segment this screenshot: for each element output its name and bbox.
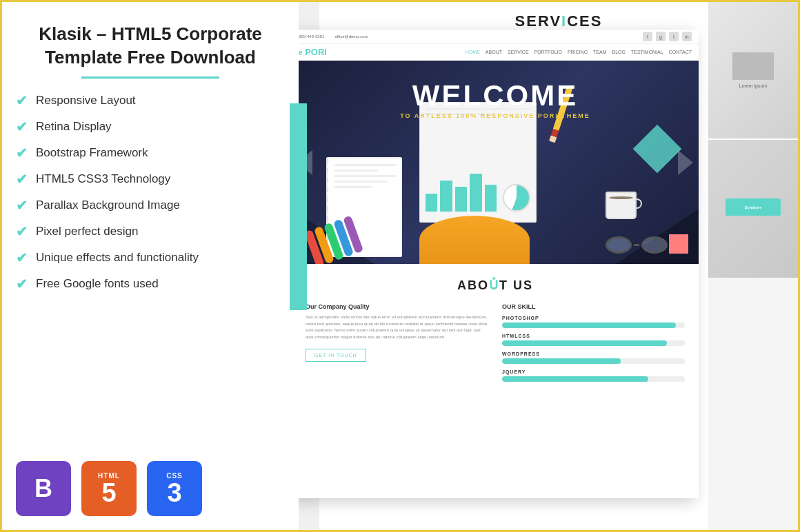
html5-badge: HTML 5 — [81, 461, 137, 516]
notebook-line — [334, 170, 378, 172]
nav-home[interactable]: HOME — [466, 50, 480, 54]
facebook-icon: f — [643, 32, 652, 41]
tech-badges: B HTML 5 CSS 3 — [16, 447, 285, 516]
list-item: ✔HTML5 CSS3 Technology — [16, 171, 285, 187]
strip-label: Symbol+ — [744, 205, 761, 209]
cup-handle — [635, 198, 642, 209]
skill-jquery: JQUERY — [502, 369, 685, 382]
check-icon: ✔ — [16, 249, 28, 266]
skill-bar-fill — [502, 358, 621, 364]
about-right: OUR SKILL PHOTOSHOP HTMLCSS — [502, 303, 685, 382]
hand-shape — [419, 216, 530, 264]
site-logo: e PORI — [299, 47, 327, 57]
check-icon: ✔ — [16, 119, 28, 135]
nav-service[interactable]: SERVICE — [508, 50, 529, 54]
hero-section: WELCOME TO ARTLESS 100% RESPONSIVE PORI … — [299, 61, 699, 264]
strip-text-1: Lorem ipsum — [732, 83, 774, 88]
website-preview: 305-449-3301 office@domo.com f g t in e … — [299, 30, 699, 498]
title-line2: Template Free Download — [45, 47, 256, 68]
list-item: ✔Pixel perfect design — [16, 223, 285, 240]
right-side-strip: Lorem ipsum Symbol+ — [708, 2, 798, 530]
glasses — [606, 236, 668, 254]
strip-image-bottom: Symbol+ — [708, 140, 798, 278]
title-underline — [81, 76, 219, 79]
nav-portfolio[interactable]: PORTFOLIO — [534, 50, 562, 54]
notebook-line — [334, 181, 388, 183]
bootstrap-badge: B — [16, 461, 71, 516]
list-item: ✔Retina Display — [16, 119, 285, 135]
teal-accent-bar — [290, 103, 307, 310]
skill-bar-fill — [502, 340, 667, 346]
skill-photoshop: PHOTOSHOP — [502, 316, 685, 328]
coffee-cup-area — [606, 192, 643, 229]
check-icon: ✔ — [16, 145, 28, 161]
get-in-touch-button[interactable]: GET IN TOUCH — [306, 349, 366, 362]
skill-bar-fill — [502, 376, 648, 382]
right-panel: SERVICES GRAPHICS — [299, 2, 798, 530]
skill-wordpress: WORDPRESS — [502, 351, 685, 364]
nav-contact[interactable]: CONTACT — [669, 50, 692, 54]
contact-bar: 305-449-3301 office@domo.com f g t in — [299, 30, 699, 44]
left-panel: Klasik – HTML5 Corporate Template Free D… — [2, 2, 299, 530]
skills-title: OUR SKILL — [502, 303, 685, 310]
page-title: Klasik – HTML5 Corporate Template Free D… — [16, 23, 285, 70]
check-icon: ✔ — [16, 197, 28, 214]
hands — [412, 202, 537, 264]
nav-about[interactable]: ABOUT — [486, 50, 502, 54]
quality-title: Our Company Quality — [306, 303, 488, 310]
check-icon: ✔ — [16, 223, 28, 240]
document-illustration — [399, 99, 564, 264]
social-icons: f g t in — [643, 32, 692, 41]
check-icon: ✔ — [16, 92, 28, 109]
list-item: ✔Bootstrap Framework — [16, 145, 285, 161]
google-icon: g — [656, 32, 666, 41]
about-left: Our Company Quality Sed ut perspiciatis … — [306, 303, 488, 382]
hero-title: WELCOME TO ARTLESS 100% RESPONSIVE PORI … — [400, 81, 590, 119]
glasses-bridge — [634, 244, 639, 246]
notebook-line — [334, 175, 397, 177]
about-title: ABOỦT US — [306, 278, 685, 293]
sticky-note — [669, 234, 688, 254]
notebook-content — [328, 158, 401, 196]
strip-image-top: Lorem ipsum — [708, 2, 798, 140]
nav-testimonial[interactable]: TESTIMONIAL — [631, 50, 663, 54]
nav-team[interactable]: TEAM — [593, 50, 606, 54]
hero-diamond — [633, 125, 682, 174]
list-item: ✔Parallax Background Image — [16, 197, 285, 214]
check-icon: ✔ — [16, 276, 28, 292]
right-lens — [641, 236, 668, 254]
css3-badge: CSS 3 — [147, 461, 202, 516]
about-section: ABOỦT US Our Company Quality Sed ut pers… — [299, 264, 699, 396]
features-list: ✔Responsive Layout ✔Retina Display ✔Boot… — [16, 92, 285, 302]
nav-pricing[interactable]: PRICING — [568, 50, 588, 54]
linkedin-icon: in — [682, 32, 692, 41]
skill-htmlcss: HTMLCSS — [502, 334, 685, 346]
hero-next-arrow[interactable] — [678, 150, 693, 175]
skill-bar-fill — [502, 323, 676, 328]
preview-topbar: e PORI HOME ABOUT SERVICE PORTFOLIO PRIC… — [299, 44, 699, 61]
coffee-liquid — [609, 196, 633, 199]
notebook-line — [334, 164, 397, 166]
left-lens — [606, 236, 632, 254]
quality-text: Sed ut perspiciatis unde omnis iste natu… — [306, 314, 488, 340]
preview-nav[interactable]: HOME ABOUT SERVICE PORTFOLIO PRICING TEA… — [466, 50, 692, 54]
title-line1: Klasik – HTML5 Corporate — [39, 23, 262, 44]
skill-bar-bg — [502, 323, 685, 328]
list-item: ✔Responsive Layout — [16, 92, 285, 109]
main-container: Klasik – HTML5 Corporate Template Free D… — [2, 2, 798, 530]
notebook-line — [334, 186, 372, 188]
list-item: ✔Unique effects and functionality — [16, 249, 285, 266]
skill-bar-bg — [502, 340, 685, 346]
strip-content-1: Lorem ipsum — [726, 45, 781, 95]
strip-img-placeholder — [732, 52, 774, 80]
skill-bar-bg — [502, 358, 685, 364]
strip-teal-bar: Symbol+ — [726, 198, 781, 216]
strip-content-2: Symbol+ — [719, 192, 788, 226]
phone-number: 305-449-3301 — [299, 34, 324, 39]
skill-bar-bg — [502, 376, 685, 382]
email-address: office@domo.com — [334, 34, 368, 39]
check-icon: ✔ — [16, 171, 28, 187]
nav-blog[interactable]: BLOG — [612, 50, 626, 54]
coffee-cup — [606, 192, 637, 219]
list-item: ✔Free Google fonts used — [16, 276, 285, 292]
